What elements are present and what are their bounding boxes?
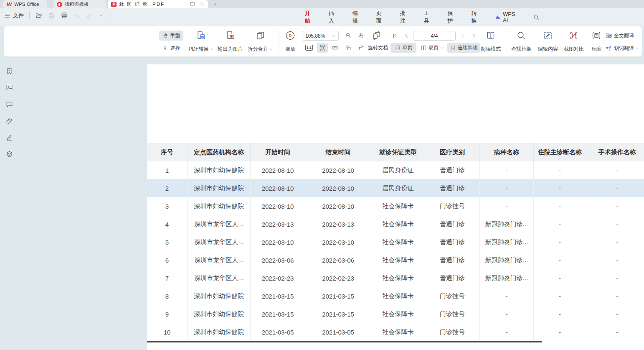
quickbar-chevron-icon[interactable] [99, 13, 104, 18]
page-number-input[interactable] [413, 31, 456, 41]
rotate-right-button[interactable] [355, 43, 366, 53]
export-image-icon [225, 30, 236, 41]
divider [109, 12, 109, 19]
rotate-left-button[interactable] [343, 43, 354, 53]
table-cell: 2021-03-15 [305, 305, 371, 323]
first-page-button[interactable] [390, 31, 400, 41]
attachment-icon[interactable] [3, 115, 15, 127]
table-cell: 2021-03-15 [305, 287, 371, 305]
table-row[interactable]: 3深圳市妇幼保健院2022-08-102022-08-10社会保障卡门诊挂号--… [147, 197, 644, 215]
tab-wps-office[interactable]: W WPS Office [3, 0, 47, 8]
table-cell: 2021-03-05 [305, 323, 371, 341]
new-tab-button[interactable] [210, 0, 221, 8]
play-button[interactable]: 播放 [281, 29, 299, 54]
zoom-out-button[interactable] [343, 31, 354, 41]
table-row[interactable]: 8深圳市妇幼保健院2021-03-152021-03-15社会保障卡门诊挂号--… [147, 287, 644, 305]
table-row[interactable]: 9深圳市妇幼保健院2021-03-152021-03-15社会保障卡门诊挂号--… [147, 305, 644, 323]
select-tool-button[interactable]: 选择 [159, 43, 183, 53]
continuous-read-button[interactable]: 连续阅读 [447, 43, 480, 53]
double-page-button[interactable]: 双页 [418, 43, 446, 53]
menu-search-icon[interactable] [533, 14, 540, 20]
thumbnail-icon[interactable] [3, 82, 15, 93]
rotate-pages-button[interactable] [370, 31, 383, 41]
save-icon[interactable] [48, 12, 55, 19]
screen-share-icon[interactable] [190, 1, 195, 7]
left-sidebar [0, 57, 18, 350]
file-menu-button[interactable]: 文件 [4, 12, 24, 19]
prev-page-button[interactable] [401, 31, 411, 41]
menu-home[interactable]: 开始 [304, 8, 316, 26]
menu-wps-ai[interactable]: WPS AI [494, 9, 521, 25]
zoom-in-button[interactable] [355, 31, 366, 41]
menu-protect[interactable]: 保护 [447, 8, 459, 26]
find-replace-button[interactable]: 查找替换 [508, 29, 535, 54]
table-cell: 4 [147, 215, 188, 233]
actual-size-button[interactable]: 1:1 [304, 43, 314, 53]
rotate-document-button[interactable]: 旋转文档 [365, 43, 390, 53]
edit-content-button[interactable]: 编辑内容 [535, 29, 561, 54]
table-cell: - [534, 269, 586, 287]
table-row[interactable]: 1深圳市妇幼保健院2022-08-102022-08-10居民身份证普通门诊--… [147, 161, 644, 179]
table-cell: 7 [147, 269, 188, 287]
table-row[interactable]: 7深圳市龙华区人...2022-02-232022-02-23社会保障卡普通门诊… [147, 269, 644, 287]
open-file-icon[interactable] [35, 12, 43, 19]
menu-annotate[interactable]: 批注 [399, 8, 411, 26]
menu-convert[interactable]: 转换 [470, 8, 482, 26]
table-cell: 10 [147, 323, 188, 341]
zoom-level-combo[interactable]: 105.88% [302, 31, 339, 41]
wps-ai-logo-icon [495, 15, 501, 20]
menu-tools[interactable]: 工具 [423, 8, 435, 26]
print-icon[interactable] [61, 12, 68, 19]
table-cell: - [534, 305, 586, 323]
hand-tool-button[interactable]: 手型 [159, 31, 183, 41]
table-row[interactable]: 2深圳市妇幼保健院2022-08-102022-08-10居民身份证普通门诊--… [147, 179, 644, 197]
column-header: 手术操作名称 [586, 143, 644, 161]
comment-icon[interactable] [3, 98, 15, 110]
table-row[interactable]: 5深圳市龙华区人...2022-03-102022-03-10社会保障卡普通门诊… [147, 233, 644, 251]
table-cell: 社会保障卡 [371, 323, 425, 341]
word-translate-button[interactable]: A 划词翻译 [605, 43, 644, 53]
document-canvas[interactable]: 序号定点医药机构名称开始时间结束时间就诊凭证类型医疗类别病种名称住院主诊断名称手… [18, 57, 644, 350]
fit-page-button[interactable] [317, 43, 328, 53]
signature-pen-icon[interactable] [3, 131, 15, 143]
chevron-down-icon [269, 47, 273, 51]
table-row[interactable]: 4深圳市龙华区人...2022-03-132022-03-13社会保障卡普通门诊… [147, 215, 644, 233]
tab-document[interactable]: P 就 医 记 录 .PDF [108, 0, 208, 8]
menu-edit[interactable]: 编辑 [352, 8, 363, 26]
redo-icon[interactable] [86, 12, 93, 19]
table-cell: - [534, 233, 586, 251]
column-header: 定点医药机构名称 [188, 143, 251, 161]
table-cell: 普通门诊 [425, 179, 480, 197]
pdf-convert-button[interactable]: W PDF转换 [185, 29, 217, 54]
read-mode-button[interactable]: 阅读模式 [478, 29, 504, 54]
compress-button[interactable]: 压缩 [588, 29, 605, 54]
column-header: 住院主诊断名称 [534, 143, 586, 161]
split-merge-button[interactable]: 拆分合并 [243, 29, 278, 54]
document-page: 序号定点医药机构名称开始时间结束时间就诊凭证类型医疗类别病种名称住院主诊断名称手… [147, 64, 644, 350]
tab-list-chevron-icon[interactable] [221, 0, 230, 8]
single-page-button[interactable]: 单页 [390, 43, 416, 53]
layers-icon[interactable] [3, 148, 15, 160]
close-tab-icon[interactable] [200, 2, 205, 7]
table-cell: 深圳市妇幼保健院 [188, 161, 251, 179]
table-cell: - [586, 287, 644, 305]
fulltext-translate-button[interactable]: A 全文翻译 [605, 31, 644, 41]
table-cell: - [480, 179, 534, 197]
file-menu-label: 文件 [13, 12, 24, 19]
fulltext-translate-icon: A [605, 32, 612, 39]
tab-docer[interactable]: 找稻壳模板 [53, 0, 106, 8]
column-header: 医疗类别 [425, 143, 480, 161]
table-row[interactable]: 10深圳市妇幼保健院2021-03-052021-03-05社会保障卡门诊挂号-… [147, 323, 644, 341]
last-page-button[interactable] [468, 31, 478, 41]
fit-width-button[interactable] [330, 43, 340, 53]
undo-icon[interactable] [74, 12, 81, 19]
menu-bar: 文件 开始 插入 编辑 页面 批注 工具 保护 转换 [0, 8, 644, 26]
table-row[interactable]: 6深圳市龙华区人...2022-03-062022-03-06社会保障卡普通门诊… [147, 251, 644, 269]
menu-insert[interactable]: 插入 [328, 8, 340, 26]
table-bottom-border [147, 341, 542, 342]
bookmark-icon[interactable] [3, 65, 15, 77]
screenshot-compare-button[interactable]: 截图对比 [561, 29, 587, 54]
next-page-button[interactable] [457, 31, 467, 41]
menu-page[interactable]: 页面 [375, 8, 387, 26]
rotate-document-label: 旋转文档 [368, 44, 388, 51]
